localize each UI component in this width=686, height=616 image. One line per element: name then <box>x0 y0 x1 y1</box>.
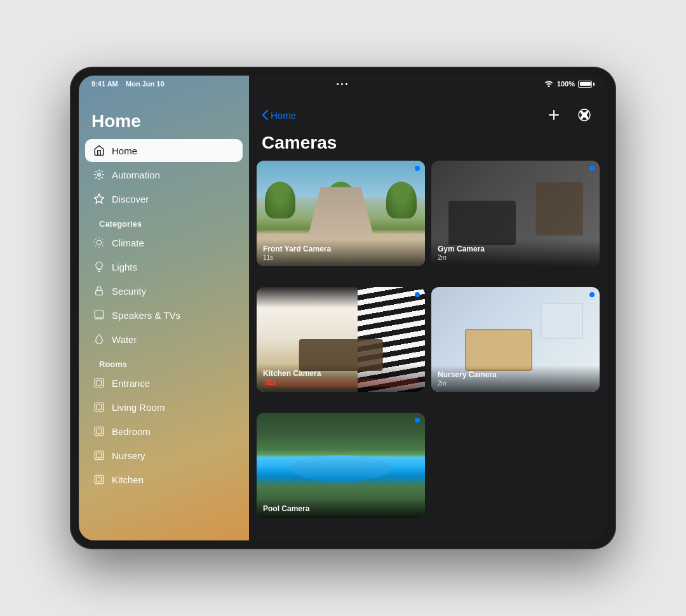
camera-label-frontyard: Front Yard Camera 11s <box>257 239 425 266</box>
gym-shelf <box>535 182 582 235</box>
back-button[interactable]: Home <box>262 110 296 121</box>
room-bedroom-icon <box>93 425 105 438</box>
camera-card-pool[interactable]: Pool Camera <box>257 413 425 518</box>
svg-point-2 <box>97 240 102 245</box>
sidebar-item-label-speakers: Speakers & TVs <box>112 310 180 321</box>
camera-card-nursery[interactable]: Nursery Camera 2m <box>431 287 600 392</box>
sidebar-title: Home <box>79 106 249 139</box>
camera-dot-gym <box>589 166 595 171</box>
panel-header: Home <box>249 76 607 130</box>
camera-label-nursery: Nursery Camera 2m <box>431 365 600 392</box>
discover-icon <box>93 192 105 205</box>
sidebar-item-water[interactable]: Water <box>85 328 243 351</box>
svg-rect-17 <box>97 405 102 410</box>
svg-marker-1 <box>95 194 104 203</box>
climate-icon <box>93 236 105 249</box>
svg-line-10 <box>102 239 103 239</box>
camera-name-pool: Pool Camera <box>263 504 419 513</box>
sidebar-item-climate[interactable]: Climate <box>85 231 243 254</box>
sidebar-item-label-home: Home <box>112 145 137 156</box>
nursery-window <box>541 303 582 340</box>
camera-time-frontyard: 11s <box>263 254 419 261</box>
panel-header-right <box>544 105 595 125</box>
sidebar-item-living[interactable]: Living Room <box>85 396 243 418</box>
lights-icon <box>93 260 105 273</box>
sidebar-item-kitchen[interactable]: Kitchen <box>85 468 243 491</box>
sidebar-item-label-automation: Automation <box>112 170 160 180</box>
svg-rect-14 <box>95 378 104 387</box>
gym-machine <box>448 201 516 245</box>
more-button[interactable] <box>574 105 595 125</box>
camera-label-kitchen: Kitchen Camera 32s <box>257 364 425 392</box>
sidebar-item-bedroom[interactable]: Bedroom <box>85 420 243 443</box>
sidebar-item-label-bedroom: Bedroom <box>112 426 151 437</box>
sidebar-item-label-living: Living Room <box>112 402 165 413</box>
categories-label: Categories <box>85 211 243 231</box>
pool-water <box>290 455 391 481</box>
camera-card-gym[interactable]: Gym Camera 2m <box>431 161 600 266</box>
camera-label-pool: Pool Camera <box>257 499 425 518</box>
camera-dot-nursery <box>589 292 595 297</box>
sidebar-item-label-discover: Discover <box>112 194 149 204</box>
svg-rect-19 <box>97 429 102 434</box>
sidebar-item-label-climate: Climate <box>112 238 144 248</box>
sidebar: Home Home <box>79 76 249 540</box>
tree-right <box>386 182 417 218</box>
camera-time-kitchen: 32s <box>263 378 419 387</box>
main-content: Home Home <box>79 76 607 540</box>
svg-point-30 <box>581 117 583 119</box>
svg-line-9 <box>95 246 96 246</box>
rooms-label: Rooms <box>85 352 243 372</box>
nursery-crib <box>465 329 532 371</box>
svg-rect-21 <box>97 453 102 458</box>
camera-time-nursery: 2m <box>438 380 593 387</box>
camera-name-frontyard: Front Yard Camera <box>263 244 419 253</box>
room-entrance-icon <box>93 377 105 389</box>
room-living-icon <box>93 401 105 413</box>
home-icon <box>93 144 105 157</box>
sidebar-item-home[interactable]: Home <box>85 139 243 162</box>
main-panel: Home <box>249 76 607 540</box>
sidebar-item-discover[interactable]: Discover <box>85 187 243 210</box>
camera-card-kitchen[interactable]: Kitchen Camera 32s <box>257 287 425 392</box>
tree-left <box>265 182 295 218</box>
svg-rect-23 <box>97 477 102 482</box>
svg-rect-22 <box>95 475 104 484</box>
camera-name-nursery: Nursery Camera <box>438 370 593 379</box>
sidebar-item-lights[interactable]: Lights <box>85 255 243 278</box>
sidebar-nav: Home Automation <box>79 139 249 492</box>
svg-point-0 <box>98 173 101 177</box>
sidebar-item-label-lights: Lights <box>112 262 137 272</box>
camera-card-frontyard[interactable]: Front Yard Camera 11s <box>257 161 425 266</box>
camera-name-kitchen: Kitchen Camera <box>263 369 419 378</box>
security-icon <box>93 285 105 297</box>
room-kitchen-icon <box>93 473 105 486</box>
sidebar-item-speakers[interactable]: Speakers & TVs <box>85 304 243 326</box>
svg-rect-18 <box>95 427 104 436</box>
camera-grid: Front Yard Camera 11s <box>249 161 607 540</box>
svg-rect-20 <box>95 451 104 460</box>
camera-dot-kitchen <box>415 292 420 297</box>
camera-time-gym: 2m <box>438 254 593 261</box>
water-icon <box>93 333 105 345</box>
tablet-screen: Home Home <box>79 76 607 540</box>
camera-dot-frontyard <box>415 166 420 171</box>
svg-rect-16 <box>95 403 104 412</box>
svg-rect-11 <box>96 290 103 295</box>
sidebar-item-label-nursery: Nursery <box>112 450 145 461</box>
tablet-device: 9:41 AM Mon Jun 10 ••• 100% Home <box>70 67 616 549</box>
svg-rect-15 <box>97 380 102 385</box>
sidebar-item-automation[interactable]: Automation <box>85 163 243 186</box>
sidebar-item-label-entrance: Entrance <box>112 378 150 389</box>
svg-point-28 <box>581 112 583 114</box>
automation-icon <box>93 168 105 181</box>
svg-rect-12 <box>95 311 104 318</box>
speakers-icon <box>93 309 105 321</box>
sidebar-item-label-security: Security <box>112 286 146 297</box>
sidebar-item-nursery[interactable]: Nursery <box>85 444 243 467</box>
sidebar-item-entrance[interactable]: Entrance <box>85 372 243 394</box>
sidebar-item-security[interactable]: Security <box>85 279 243 302</box>
sidebar-item-label-kitchen: Kitchen <box>112 474 144 485</box>
camera-label-gym: Gym Camera 2m <box>431 239 600 266</box>
add-button[interactable] <box>544 105 564 125</box>
